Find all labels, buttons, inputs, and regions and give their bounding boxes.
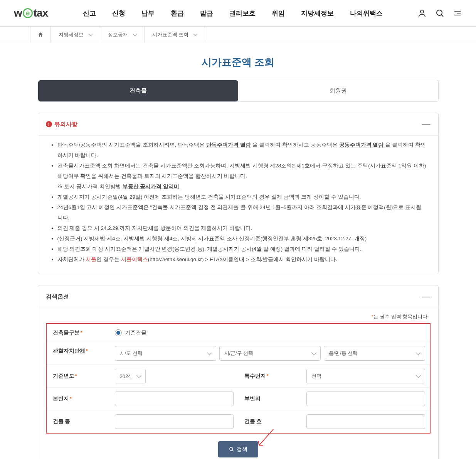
nav-nabbu[interactable]: 납부 [141, 9, 155, 18]
nav-sincheong[interactable]: 신청 [112, 9, 125, 18]
label-main-no: 본번지* [47, 390, 110, 408]
search-button-label: 검색 [237, 446, 247, 453]
chevron-down-icon [193, 32, 197, 36]
label-sub-no: 부번지 [238, 390, 302, 408]
svg-point-7 [229, 447, 232, 451]
notice-title: ! 유의사항 [46, 121, 77, 128]
collapse-button[interactable]: — [422, 119, 431, 129]
search-form: 건축물구분* 기존건물 관할자치단체* 시/도 선택 시/군/구 선택 읍/면/… [46, 323, 431, 434]
select-sigungu[interactable]: 시/군/구 선택 [219, 346, 321, 361]
label-special-no: 특수번지* [238, 367, 302, 385]
input-building-dong[interactable] [115, 414, 234, 429]
nav-jibangse[interactable]: 지방세정보 [301, 9, 334, 18]
link-single-house[interactable]: 단독주택가격 열람 [206, 142, 251, 148]
label-authority: 관할자치단체* [47, 342, 110, 364]
logo-e: e [23, 8, 33, 18]
chevron-down-icon [88, 32, 93, 36]
notice-item: 해당 의견조회 대상 시가표준액은 개별사안 변경(용도변경 등), 개별공시지… [57, 244, 427, 254]
svg-point-0 [420, 10, 424, 13]
svg-point-1 [437, 10, 442, 15]
radio-existing-building[interactable]: 기존건물 [115, 328, 146, 338]
page-title: 시가표준액 조회 [0, 56, 476, 69]
tab-building[interactable]: 건축물 [38, 80, 238, 101]
search-panel: 검색옵션 — *는 필수 입력 항목입니다. 건축물구분* 기존건물 관할자치단… [38, 285, 439, 459]
search-button[interactable]: 검색 [218, 441, 258, 457]
breadcrumb-home[interactable] [30, 27, 51, 43]
select-year[interactable]: 2024 [115, 369, 146, 383]
label-year: 기준년도* [47, 367, 110, 385]
nav-wiim[interactable]: 위임 [272, 9, 285, 18]
input-building-ho[interactable] [306, 414, 425, 429]
link-apartment[interactable]: 공동주택가격 열람 [339, 142, 384, 148]
notice-item: 건축물시가표준액 조회 화면에서는 건축물 시가표준액만 조회가능하며, 지방세… [57, 160, 427, 192]
radio-icon [115, 329, 122, 336]
logo-w: w [14, 7, 22, 19]
collapse-button[interactable]: — [422, 292, 431, 302]
svg-line-2 [441, 15, 443, 17]
nav-mywetax[interactable]: 나의위택스 [350, 9, 383, 18]
notice-item: 자치단체가 서울인 경우는 서울이택스(https://etax.seoul.g… [57, 254, 427, 265]
notice-item: (산정근거) 지방세법 제4조, 지방세법 시행령 제4조, 지방세 시가표준액… [57, 233, 427, 244]
notice-item: 개별공시지가 공시기준일(4월 29일) 이전에 조회하는 당해년도 건축물 시… [57, 192, 427, 202]
input-main-no[interactable] [115, 392, 234, 406]
required-note: *는 필수 입력 항목입니다. [47, 314, 429, 320]
notice-title-text: 유의사항 [54, 121, 77, 128]
logo-tax: tax [34, 7, 48, 19]
search-options-title: 검색옵션 [46, 293, 69, 300]
alert-icon: ! [46, 121, 52, 127]
select-special-no[interactable]: 선택 [306, 369, 425, 383]
notice-panel: ! 유의사항 — 단독주택/공동주택의 시가표준액을 조회하시려면, 단독주택은… [38, 113, 439, 274]
nav-balgeub[interactable]: 발급 [200, 9, 213, 18]
chevron-down-icon [133, 32, 137, 36]
tab-membership[interactable]: 회원권 [238, 80, 438, 101]
notice-item: 24년6월1일 고시 예정인 시가표준액은 "건축물 시가표준액 결정 전 의견… [57, 202, 427, 223]
breadcrumb-item-2[interactable]: 정보공개 [100, 27, 145, 43]
breadcrumb-item-3[interactable]: 시가표준액 조회 [145, 27, 205, 43]
logo[interactable]: w e tax [14, 7, 48, 19]
svg-line-8 [232, 450, 233, 451]
nav-hwangeub[interactable]: 환급 [171, 9, 184, 18]
link-land-price[interactable]: 부동산 공시가격 알리미 [123, 184, 180, 189]
search-icon[interactable] [435, 8, 444, 18]
search-icon [229, 447, 234, 452]
input-sub-no[interactable] [306, 392, 425, 406]
breadcrumb-label-1: 지방세정보 [59, 31, 84, 38]
breadcrumb-item-1[interactable]: 지방세정보 [51, 27, 100, 43]
select-sido[interactable]: 시/도 선택 [115, 346, 216, 361]
notice-item: 단독주택/공동주택의 시가표준액을 조회하시려면, 단독주택은 단독주택가격 열… [57, 140, 427, 160]
category-tabs: 건축물 회원권 [38, 80, 439, 102]
main-nav: 신고 신청 납부 환급 발급 권리보호 위임 지방세정보 나의위택스 [83, 9, 383, 18]
label-building-dong: 건물 동 [47, 413, 110, 430]
label-building-ho: 건물 호 [238, 413, 302, 430]
radio-label: 기존건물 [125, 329, 146, 336]
breadcrumb-label-3: 시가표준액 조회 [152, 31, 189, 38]
select-eupmyeondong[interactable]: 읍/면/동 선택 [324, 346, 425, 361]
user-icon[interactable] [417, 8, 427, 18]
breadcrumb-label-2: 정보공개 [108, 31, 128, 38]
nav-gwonriboho[interactable]: 권리보호 [229, 9, 256, 18]
label-building-type: 건축물구분* [47, 324, 110, 342]
nav-singo[interactable]: 신고 [83, 9, 96, 18]
notice-list: 단독주택/공동주택의 시가표준액을 조회하시려면, 단독주택은 단독주택가격 열… [50, 140, 427, 265]
menu-icon[interactable] [453, 8, 462, 18]
notice-item: 의견 제출 필요 시 24.2.29.까지 자치단체를 방문하여 의견을 제출하… [57, 223, 427, 233]
